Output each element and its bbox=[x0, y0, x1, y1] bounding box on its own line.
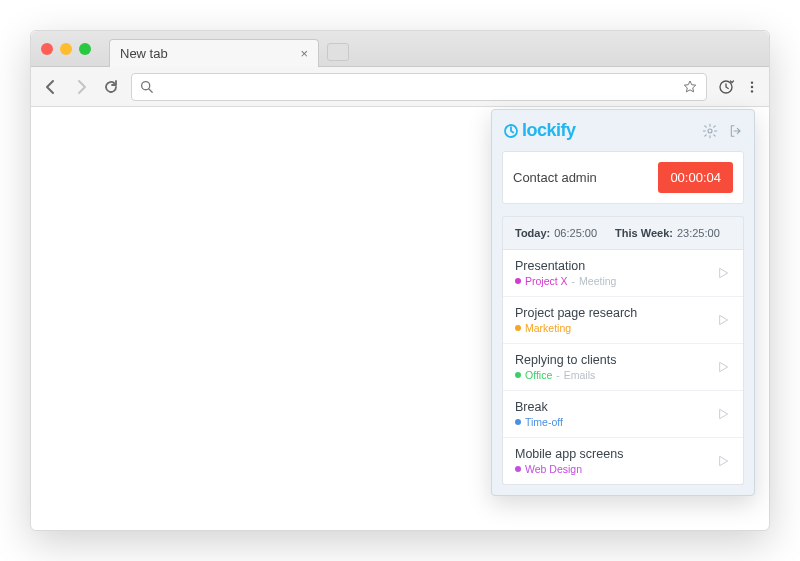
time-entry[interactable]: PresentationProject X - Meeting bbox=[503, 249, 743, 296]
project-name: Marketing bbox=[525, 322, 571, 334]
clockify-logo: lockify bbox=[502, 120, 576, 141]
play-icon[interactable] bbox=[715, 265, 731, 281]
tab-strip: New tab × bbox=[31, 31, 769, 67]
current-description[interactable]: Contact admin bbox=[513, 170, 597, 185]
browser-tab[interactable]: New tab × bbox=[109, 39, 319, 67]
back-button[interactable] bbox=[41, 79, 61, 95]
page-content: lockify Contact admin 00:00:04 Today:06:… bbox=[31, 107, 769, 530]
project-color-dot bbox=[515, 325, 521, 331]
entry-title: Project page research bbox=[515, 306, 637, 320]
clockify-logo-icon bbox=[502, 122, 520, 140]
week-summary: This Week:23:25:00 bbox=[615, 227, 720, 239]
svg-point-4 bbox=[751, 85, 753, 87]
project-name: Time-off bbox=[525, 416, 563, 428]
project-color-dot bbox=[515, 278, 521, 284]
search-icon bbox=[140, 80, 153, 93]
play-icon[interactable] bbox=[715, 453, 731, 469]
forward-button[interactable] bbox=[71, 79, 91, 95]
task-name: Meeting bbox=[579, 275, 616, 287]
task-separator: - bbox=[572, 275, 576, 287]
new-tab-button[interactable] bbox=[327, 43, 349, 61]
project-name: Project X bbox=[525, 275, 568, 287]
current-timer-row: Contact admin 00:00:04 bbox=[502, 151, 744, 204]
clockify-popup: lockify Contact admin 00:00:04 Today:06:… bbox=[491, 109, 755, 496]
svg-point-5 bbox=[751, 90, 753, 92]
project-color-dot bbox=[515, 466, 521, 472]
time-entry[interactable]: Replying to clientsOffice - Emails bbox=[503, 343, 743, 390]
play-icon[interactable] bbox=[715, 406, 731, 422]
entry-title: Replying to clients bbox=[515, 353, 616, 367]
address-bar[interactable] bbox=[131, 73, 707, 101]
time-entry[interactable]: Mobile app screensWeb Design bbox=[503, 437, 743, 484]
entry-meta: Project X - Meeting bbox=[515, 275, 616, 287]
settings-icon[interactable] bbox=[702, 123, 718, 139]
project-color-dot bbox=[515, 372, 521, 378]
browser-toolbar bbox=[31, 67, 769, 107]
popup-header: lockify bbox=[502, 120, 744, 141]
window-controls bbox=[41, 43, 91, 55]
entry-meta: Marketing bbox=[515, 322, 637, 334]
project-color-dot bbox=[515, 419, 521, 425]
play-icon[interactable] bbox=[715, 312, 731, 328]
task-name: Emails bbox=[564, 369, 596, 381]
today-summary: Today:06:25:00 bbox=[515, 227, 597, 239]
time-entry[interactable]: Project page researchMarketing bbox=[503, 296, 743, 343]
entry-meta: Office - Emails bbox=[515, 369, 616, 381]
tab-title: New tab bbox=[120, 46, 168, 61]
project-name: Office bbox=[525, 369, 552, 381]
logout-icon[interactable] bbox=[728, 123, 744, 139]
entry-title: Presentation bbox=[515, 259, 616, 273]
entry-meta: Time-off bbox=[515, 416, 563, 428]
timer-stop-button[interactable]: 00:00:04 bbox=[658, 162, 733, 193]
svg-line-1 bbox=[149, 89, 152, 92]
browser-window: New tab × bbox=[30, 30, 770, 531]
task-separator: - bbox=[556, 369, 560, 381]
entry-list: PresentationProject X - MeetingProject p… bbox=[502, 249, 744, 485]
entry-title: Break bbox=[515, 400, 563, 414]
play-icon[interactable] bbox=[715, 359, 731, 375]
window-close[interactable] bbox=[41, 43, 53, 55]
clockify-extension-icon[interactable] bbox=[717, 78, 735, 96]
browser-menu-icon[interactable] bbox=[745, 80, 759, 94]
entry-meta: Web Design bbox=[515, 463, 623, 475]
svg-point-7 bbox=[708, 129, 712, 133]
project-name: Web Design bbox=[525, 463, 582, 475]
clockify-logo-text: lockify bbox=[522, 120, 576, 141]
time-entry[interactable]: BreakTime-off bbox=[503, 390, 743, 437]
window-maximize[interactable] bbox=[79, 43, 91, 55]
window-minimize[interactable] bbox=[60, 43, 72, 55]
bookmark-star-icon[interactable] bbox=[682, 79, 698, 95]
reload-button[interactable] bbox=[101, 79, 121, 95]
close-tab-icon[interactable]: × bbox=[300, 46, 308, 61]
entry-title: Mobile app screens bbox=[515, 447, 623, 461]
time-summary: Today:06:25:00 This Week:23:25:00 bbox=[502, 216, 744, 249]
svg-point-3 bbox=[751, 81, 753, 83]
